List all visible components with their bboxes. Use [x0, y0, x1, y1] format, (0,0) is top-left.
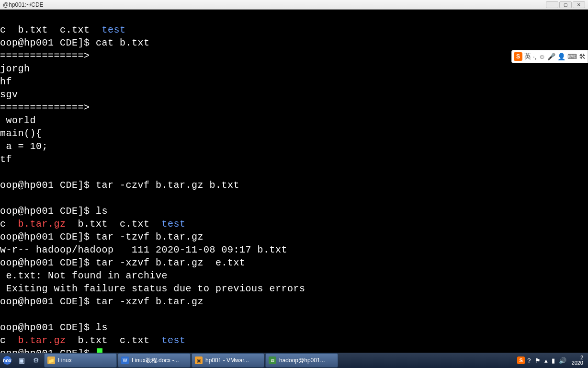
window-controls: — ▢ ✕ [546, 1, 585, 8]
flag-icon[interactable]: ⚑ [533, 353, 542, 368]
taskbar-item-vmware[interactable]: ▣ hp001 - VMwar... [192, 353, 264, 368]
taskbar-pin-settings[interactable]: ⚙ [29, 353, 43, 368]
ime-brand-icon[interactable]: S [514, 52, 522, 61]
terminal-dir: test [162, 218, 186, 230]
terminal[interactable]: c b.txt c.txt test oop@hp001 CDE]$ cat b… [0, 10, 588, 353]
terminal-output: jorgh [0, 63, 30, 74]
tool-icon[interactable]: 🛠 [579, 53, 586, 60]
ime-toolbar[interactable]: S 英 ·, ☺ 🎤 👤 ⌨ 🛠 [511, 50, 588, 63]
putty-icon: 🖥 [269, 356, 276, 364]
tray-sogou-icon[interactable]: S [517, 356, 525, 364]
terminal-dir: test [102, 24, 126, 35]
terminal-command: tar -xzvf b.tar.gz [96, 296, 204, 307]
terminal-prompt: oop@hp001 CDE]$ [0, 206, 96, 217]
terminal-prompt: oop@hp001 CDE]$ [0, 257, 96, 268]
terminal-command: tar -tzvf b.tar.gz [96, 231, 204, 242]
terminal-output: tf [0, 154, 12, 165]
person-icon[interactable]: 👤 [557, 53, 565, 60]
terminal-archive: b.tar.gz [18, 335, 66, 346]
taskbar-tray: S ? ⚑ ▴ ▮ 🔊 2 2020 [517, 353, 588, 368]
terminal-prompt: oop@hp001 CDE]$ [0, 231, 96, 242]
taskbar-clock[interactable]: 2 2020 [569, 355, 586, 366]
taskbar-pin-nox[interactable]: nox [0, 353, 14, 368]
ime-lang-toggle[interactable]: 英 [524, 52, 531, 61]
terminal-dir: test [162, 335, 186, 346]
keyboard-icon[interactable]: ⌨ [567, 53, 577, 60]
terminal-icon: ▣ [17, 356, 26, 365]
smile-icon[interactable]: ☺ [539, 53, 545, 60]
terminal-prompt: oop@hp001 CDE]$ [0, 322, 96, 333]
taskbar-item-putty[interactable]: 🖥 hadoop@hp001... [265, 353, 338, 368]
taskbar-item-explorer[interactable]: 📁 Linux [44, 353, 117, 368]
taskbar-item-word[interactable]: W Linux教程.docx -... [118, 353, 191, 368]
terminal-output: b.txt c.txt [66, 335, 162, 346]
sound-icon[interactable]: 🔊 [557, 353, 568, 368]
ime-punct-toggle[interactable]: ·, [533, 53, 537, 60]
terminal-output: e.txt: Not found in archive [0, 270, 168, 281]
word-icon: W [121, 356, 129, 364]
mic-icon[interactable]: 🎤 [547, 53, 555, 60]
minimize-button[interactable]: — [546, 1, 558, 8]
network-icon[interactable]: ▮ [550, 353, 556, 368]
taskbar-pin-terminal[interactable]: ▣ [14, 353, 29, 368]
terminal-output: world [0, 115, 36, 126]
terminal-prompt: oop@hp001 CDE]$ [0, 296, 96, 307]
terminal-archive: b.tar.gz [18, 218, 66, 230]
nox-icon: nox [3, 356, 11, 365]
terminal-output: main(){ [0, 128, 42, 139]
terminal-command: tar -czvf b.tar.gz b.txt [96, 180, 239, 191]
window-title-bar: @hp001:~/CDE — ▢ ✕ [0, 0, 588, 10]
close-button[interactable]: ✕ [573, 1, 585, 8]
terminal-prompt: oop@hp001 CDE]$ [0, 180, 96, 191]
terminal-output: Exiting with failure status due to previ… [0, 283, 305, 294]
terminal-output: c [0, 335, 18, 346]
folder-icon: 📁 [47, 356, 55, 364]
clock-date: 2020 [572, 360, 583, 366]
terminal-command: ls [96, 206, 108, 217]
help-icon[interactable]: ? [526, 353, 532, 368]
terminal-command: tar -xzvf b.tar.gz e.txt [96, 257, 246, 268]
terminal-output: c b.txt c.txt [0, 24, 102, 35]
taskbar-item-label: Linux [58, 357, 72, 364]
taskbar-item-label: hadoop@hp001... [279, 357, 325, 364]
terminal-output: a = 10; [0, 141, 48, 152]
terminal-output: c [0, 218, 18, 230]
terminal-output: b.txt c.txt [66, 218, 162, 230]
terminal-command: cat b.txt [96, 37, 150, 48]
terminal-output: sgv [0, 89, 18, 100]
chevron-up-icon[interactable]: ▴ [543, 353, 549, 368]
terminal-output: hf [0, 76, 12, 87]
terminal-output: w-r-- hadoop/hadoop 111 2020-11-08 09:17… [0, 244, 287, 255]
terminal-output: ==============> [0, 102, 90, 113]
window-title: @hp001:~/CDE [3, 1, 44, 8]
terminal-output: ==============> [0, 50, 90, 61]
gear-icon: ⚙ [32, 356, 40, 365]
terminal-command: ls [96, 322, 108, 333]
taskbar-item-label: hp001 - VMwar... [205, 357, 249, 364]
maximize-button[interactable]: ▢ [559, 1, 572, 8]
taskbar: nox ▣ ⚙ 📁 Linux W Linux教程.docx -... ▣ hp… [0, 353, 588, 368]
taskbar-item-label: Linux教程.docx -... [132, 356, 179, 365]
vmware-icon: ▣ [195, 356, 203, 364]
terminal-prompt: oop@hp001 CDE]$ [0, 37, 96, 48]
